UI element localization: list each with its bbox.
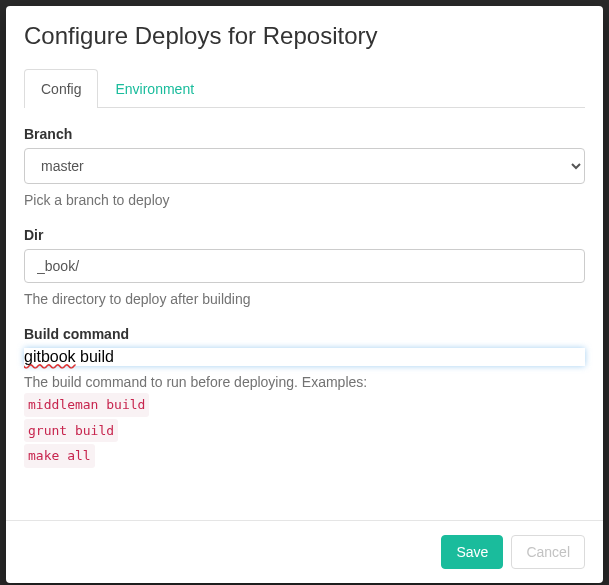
dir-group: Dir The directory to deploy after buildi… xyxy=(24,227,585,310)
modal-header: Configure Deploys for Repository xyxy=(6,6,603,68)
tab-bar: Config Environment xyxy=(24,68,585,108)
tab-label: Config xyxy=(41,81,81,97)
save-button[interactable]: Save xyxy=(441,535,503,569)
branch-select[interactable]: master xyxy=(24,148,585,184)
dir-help: The directory to deploy after building xyxy=(24,289,585,310)
modal-title: Configure Deploys for Repository xyxy=(24,22,585,50)
build-command-token-1: gitbook xyxy=(24,348,76,365)
branch-help: Pick a branch to deploy xyxy=(24,190,585,211)
build-example: grunt build xyxy=(24,419,118,443)
build-example: make all xyxy=(24,444,95,468)
dir-input[interactable] xyxy=(24,249,585,283)
modal-footer: Save Cancel xyxy=(6,520,603,583)
build-command-token-2: build xyxy=(76,348,114,365)
build-example: middleman build xyxy=(24,393,149,417)
form-body: Branch master Pick a branch to deploy Di… xyxy=(6,108,603,520)
dir-label: Dir xyxy=(24,227,585,243)
tab-config[interactable]: Config xyxy=(24,69,98,108)
build-command-input[interactable]: gitbook build xyxy=(24,348,585,366)
build-help-prefix: The build command to run before deployin… xyxy=(24,374,367,390)
tab-label: Environment xyxy=(115,81,194,97)
build-command-label: Build command xyxy=(24,326,585,342)
cancel-button[interactable]: Cancel xyxy=(511,535,585,569)
build-command-group: Build command gitbook build The build co… xyxy=(24,326,585,470)
configure-deploys-modal: Configure Deploys for Repository Config … xyxy=(6,6,603,583)
tab-environment[interactable]: Environment xyxy=(98,69,211,108)
build-command-help: The build command to run before deployin… xyxy=(24,372,585,470)
branch-label: Branch xyxy=(24,126,585,142)
branch-group: Branch master Pick a branch to deploy xyxy=(24,126,585,211)
